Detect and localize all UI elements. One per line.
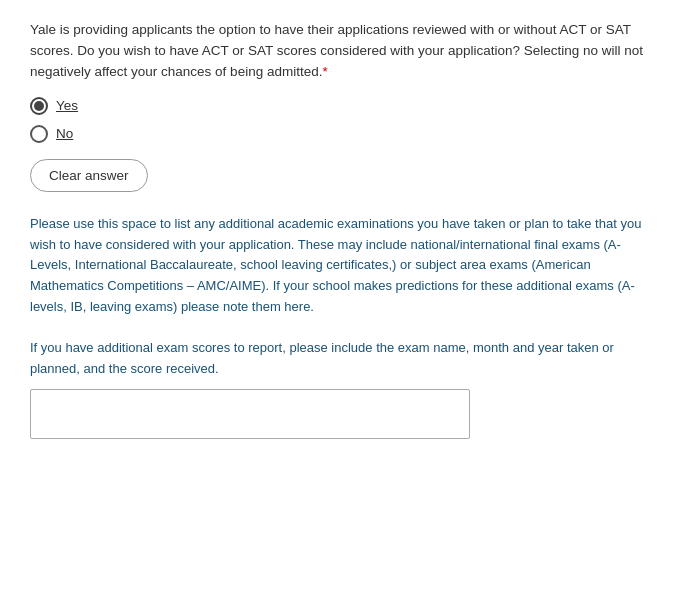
info-text-additional-exams: Please use this space to list any additi… — [30, 214, 658, 318]
radio-group: Yes No — [30, 97, 658, 143]
exam-scores-input[interactable] — [30, 389, 470, 439]
radio-yes[interactable]: Yes — [30, 97, 658, 115]
info-text-exam-scores: If you have additional exam scores to re… — [30, 338, 658, 380]
radio-yes-input[interactable] — [30, 97, 48, 115]
clear-answer-button[interactable]: Clear answer — [30, 159, 148, 192]
radio-no-label: No — [56, 126, 73, 141]
radio-yes-label: Yes — [56, 98, 78, 113]
radio-no[interactable]: No — [30, 125, 658, 143]
radio-no-input[interactable] — [30, 125, 48, 143]
question-text: Yale is providing applicants the option … — [30, 20, 658, 83]
